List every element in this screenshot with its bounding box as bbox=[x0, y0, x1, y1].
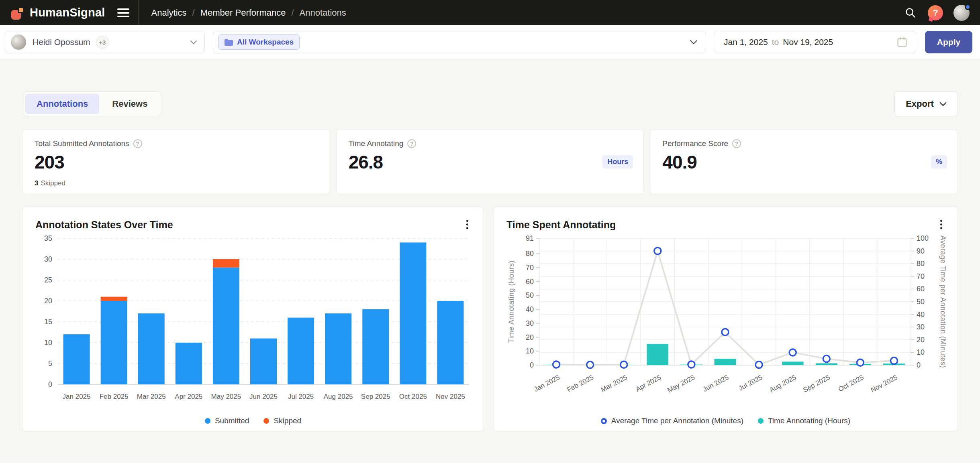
legend-label: Skipped bbox=[274, 416, 301, 425]
hours-bar-aug-2025 bbox=[782, 361, 804, 365]
chart-title: Time Spent Annotating bbox=[506, 219, 616, 231]
submitted-bar-jul-2025 bbox=[288, 318, 314, 384]
x-tick-label: Feb 2025 bbox=[566, 374, 595, 394]
skipped-label: Skipped bbox=[41, 179, 65, 187]
annotation-states-chart: 05101520253035Jan 2025Feb 2025Mar 2025Ap… bbox=[35, 233, 472, 409]
workspace-select[interactable]: All Workspaces bbox=[213, 31, 706, 53]
legend-ring-icon bbox=[601, 418, 607, 424]
submitted-bar-apr-2025 bbox=[176, 343, 202, 384]
minutes-marker-may-2025 bbox=[688, 361, 695, 368]
y-tick-label: 10 bbox=[44, 339, 52, 347]
help-circle-icon[interactable]: ? bbox=[732, 139, 741, 148]
x-tick-label: Jun 2025 bbox=[702, 374, 730, 394]
left-y-tick-label: 80 bbox=[526, 250, 534, 258]
stat-card-total-submitted: Total Submitted Annotations ? 203 3Skipp… bbox=[22, 129, 330, 194]
help-bubble-icon[interactable]: ? bbox=[928, 5, 943, 20]
x-tick-label: Nov 2025 bbox=[870, 374, 899, 394]
x-tick-label: Jul 2025 bbox=[288, 393, 314, 400]
help-circle-icon[interactable]: ? bbox=[407, 139, 416, 148]
right-y-tick-label: 50 bbox=[917, 298, 925, 306]
minutes-marker-feb-2025 bbox=[587, 361, 594, 368]
left-y-tick-label: 91 bbox=[526, 234, 534, 242]
y-tick-label: 30 bbox=[44, 255, 52, 263]
stat-value: 40.9 bbox=[662, 151, 945, 173]
right-axis-title: Average Time per Annotation (Minutes) bbox=[939, 236, 946, 368]
breadcrumb-separator: / bbox=[192, 8, 195, 18]
date-from: Jan 1, 2025 bbox=[724, 37, 768, 47]
stat-value: 26.8 bbox=[349, 151, 632, 173]
breadcrumb-member-performance[interactable]: Member Performance bbox=[200, 8, 286, 18]
chevron-down-icon bbox=[190, 40, 197, 45]
date-to: Nov 19, 2025 bbox=[783, 37, 833, 47]
x-tick-label: May 2025 bbox=[666, 374, 696, 394]
minutes-marker-jul-2025 bbox=[755, 361, 762, 368]
export-label: Export bbox=[906, 99, 934, 109]
stats-row: Total Submitted Annotations ? 203 3Skipp… bbox=[22, 129, 958, 194]
legend-item-time-annotating-hours[interactable]: Time Annotating (Hours) bbox=[758, 416, 850, 425]
x-tick-label: Jan 2025 bbox=[63, 393, 91, 400]
top-navbar: HumanSignal Analytics / Member Performan… bbox=[0, 0, 980, 25]
x-tick-label: Oct 2025 bbox=[837, 374, 865, 393]
legend-item-submitted[interactable]: Submitted bbox=[205, 416, 249, 425]
apply-button[interactable]: Apply bbox=[925, 31, 972, 53]
x-tick-label: Apr 2025 bbox=[634, 374, 662, 393]
stat-title: Time Annotating bbox=[349, 139, 404, 148]
date-range-input[interactable]: Jan 1, 2025 to Nov 19, 2025 bbox=[714, 31, 916, 53]
right-y-tick-label: 60 bbox=[917, 285, 925, 293]
right-y-tick-label: 30 bbox=[917, 323, 925, 331]
member-select[interactable]: Heidi Opossum +3 bbox=[5, 31, 205, 53]
chart-menu-kebab-icon[interactable] bbox=[461, 218, 473, 230]
tab-reviews[interactable]: Reviews bbox=[101, 94, 159, 114]
legend-item-average-time-per-annotation-minutes[interactable]: Average Time per Annotation (Minutes) bbox=[601, 416, 743, 425]
submitted-bar-oct-2025 bbox=[400, 242, 426, 384]
left-y-tick-label: 10 bbox=[526, 347, 534, 355]
breadcrumb-analytics[interactable]: Analytics bbox=[151, 8, 187, 18]
humansignal-logo[interactable]: HumanSignal bbox=[11, 6, 105, 20]
left-axis-title: Time Annotating (Hours) bbox=[507, 260, 515, 343]
y-tick-label: 25 bbox=[44, 276, 52, 284]
hamburger-menu-icon[interactable] bbox=[117, 8, 129, 17]
hours-bar-apr-2025 bbox=[647, 344, 668, 365]
filter-bar: Heidi Opossum +3 All Workspaces Jan 1, 2… bbox=[0, 25, 980, 59]
export-button[interactable]: Export bbox=[894, 91, 958, 116]
minutes-marker-jun-2025 bbox=[722, 329, 729, 335]
submitted-bar-mar-2025 bbox=[138, 313, 165, 384]
minutes-marker-jan-2025 bbox=[553, 361, 560, 368]
y-tick-label: 0 bbox=[48, 380, 52, 388]
stat-title: Performance Score bbox=[662, 139, 728, 148]
logo-text: HumanSignal bbox=[30, 6, 105, 19]
left-y-tick-label: 50 bbox=[526, 291, 534, 299]
y-tick-label: 35 bbox=[44, 234, 52, 242]
x-tick-label: Aug 2025 bbox=[324, 393, 353, 400]
unit-badge-hours: Hours bbox=[602, 155, 633, 169]
left-y-tick-label: 20 bbox=[526, 333, 534, 341]
tab-group: Annotations Reviews bbox=[23, 91, 161, 116]
all-workspaces-chip[interactable]: All Workspaces bbox=[218, 35, 300, 50]
skipped-count: 3 bbox=[35, 179, 38, 187]
folder-icon bbox=[224, 39, 233, 46]
submitted-bar-aug-2025 bbox=[325, 313, 351, 384]
left-y-tick-label: 40 bbox=[526, 305, 534, 313]
right-y-tick-label: 20 bbox=[917, 336, 925, 344]
chevron-down-icon bbox=[690, 40, 698, 45]
chart-legend: Average Time per Annotation (Minutes)Tim… bbox=[494, 416, 958, 425]
legend-item-skipped[interactable]: Skipped bbox=[263, 416, 301, 425]
stat-title: Total Submitted Annotations bbox=[35, 139, 129, 148]
right-y-tick-label: 80 bbox=[917, 260, 925, 268]
chart-title: Annotation States Over Time bbox=[35, 219, 173, 231]
unit-badge-percent: % bbox=[931, 155, 947, 169]
stat-footer: 3Skipped bbox=[35, 179, 65, 187]
help-circle-icon[interactable]: ? bbox=[133, 139, 142, 148]
search-icon[interactable] bbox=[904, 6, 917, 20]
date-separator: to bbox=[772, 37, 779, 47]
user-avatar[interactable] bbox=[953, 5, 970, 21]
x-tick-label: Jun 2025 bbox=[249, 393, 278, 400]
breadcrumb: Analytics / Member Performance / Annotat… bbox=[151, 8, 346, 18]
annotation-states-card: Annotation States Over Time 051015202530… bbox=[22, 207, 484, 431]
member-avatar bbox=[11, 35, 26, 50]
x-tick-label: Jul 2025 bbox=[737, 374, 764, 392]
chart-menu-kebab-icon[interactable] bbox=[935, 218, 947, 230]
tab-annotations[interactable]: Annotations bbox=[25, 94, 99, 114]
chart-legend: SubmittedSkipped bbox=[22, 416, 484, 425]
legend-dot-icon bbox=[758, 418, 764, 424]
